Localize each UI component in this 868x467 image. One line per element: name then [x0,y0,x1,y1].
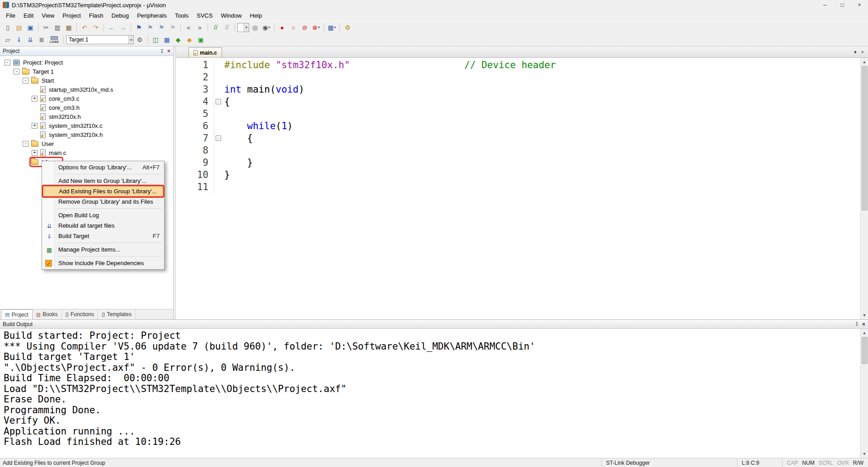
expand-icon[interactable]: + [32,123,38,129]
templates-navigate-icon[interactable]: ◆ [184,35,195,45]
comment-icon[interactable]: // [210,23,221,33]
find-icon[interactable]: ◉▾ [261,23,272,33]
menu-project[interactable]: Project [58,10,85,21]
scroll-down-icon[interactable]: ▼ [863,450,867,458]
minimize-icon[interactable]: ─ [816,0,834,10]
previous-bookmark-icon[interactable]: ⚑ [145,23,156,33]
find-in-files-icon[interactable]: ◎ [250,23,260,33]
target-select[interactable]: Target 1▾ [66,35,134,44]
close-panel-icon[interactable]: × [862,321,865,327]
code-line-4[interactable]: 4-{ [176,96,860,108]
chevron-down-icon[interactable]: ▾ [128,36,133,44]
close-icon[interactable]: × [851,0,868,10]
menu-help[interactable]: Help [246,10,266,21]
debug-windows-icon[interactable]: ▦▾ [326,23,337,33]
code-line-6[interactable]: 6 while(1) [176,120,860,132]
context-open-build-log[interactable]: Open Build Log [43,210,163,220]
menu-flash[interactable]: Flash [85,10,108,21]
close-panel-icon[interactable]: × [167,48,170,54]
next-bookmark-icon[interactable]: ⚑ [156,23,167,33]
tree-item-core-cm3-c[interactable]: +core_cm3.c [0,94,173,103]
disable-breakpoints-icon[interactable]: ⊘ [299,23,310,33]
code-line-5[interactable]: 5 [176,108,860,120]
insert-breakpoint-icon[interactable]: ● [277,23,288,33]
tab-project[interactable]: ▤Project [1,309,33,319]
paste-icon[interactable]: ▦ [63,23,74,33]
tree-item-project-project[interactable]: -Project: Project [0,58,173,67]
menu-peripherals[interactable]: Peripherals [133,10,171,21]
kill-breakpoints-icon[interactable]: ⊗▾ [311,23,321,33]
maximize-icon[interactable]: □ [834,0,851,10]
tree-item-target-1[interactable]: -Target 1 [0,67,173,76]
batch-build-icon[interactable]: ≣ [36,35,47,45]
scroll-up-icon[interactable]: ▲ [863,58,867,66]
build-output-text[interactable]: Build started: Project: Project *** Usin… [0,329,860,458]
tab-main-c[interactable]: main.c [189,47,222,57]
context-remove-group-library-and-its-files[interactable]: Remove Group 'Library' and its Files [43,196,163,207]
tree-item-stm32f10x-h[interactable]: stm32f10x.h [0,112,173,121]
toggle-breakpoint-icon[interactable]: ○ [288,23,299,33]
code-line-2[interactable]: 2 [176,71,860,84]
context-rebuild-all-target-files[interactable]: ⇊Rebuild all target files [43,220,163,231]
tab-functions[interactable]: {}Functions [62,309,98,319]
expand-icon[interactable]: + [32,96,38,102]
manage-project-items-icon[interactable]: ▦ [161,35,172,45]
bookmark-icon[interactable]: ⚑ [133,23,144,33]
build-icon[interactable]: ⇓ [14,35,24,45]
build-output-scrollbar[interactable]: ▲ ▼ [860,329,868,458]
options-for-target-icon[interactable]: ⚙ [134,35,145,45]
code-line-1[interactable]: 1#include "stm32f10x.h" // Device header [176,59,860,71]
scroll-up-icon[interactable]: ▲ [863,329,867,337]
manage-rte-icon[interactable]: ◫ [150,35,161,45]
menu-debug[interactable]: Debug [108,10,133,21]
find-text-combo[interactable]: ▾ [237,23,249,32]
editor-scrollbar-thumb[interactable] [862,66,868,210]
expand-icon[interactable]: + [32,150,38,156]
rebuild-icon[interactable]: ⇊ [25,35,36,45]
uncomment-icon[interactable]: // [222,23,232,33]
configure-icon[interactable]: ⚙ [342,23,353,33]
collapse-icon[interactable]: - [14,69,19,75]
collapse-icon[interactable]: - [5,60,10,65]
tree-item-system-stm32f10x-h[interactable]: system_stm32f10x.h [0,130,173,139]
functions-navigate-icon[interactable]: ◆ [173,35,184,45]
tree-item-startup-stm32f10x-md-s[interactable]: startup_stm32f10x_md.s [0,85,173,94]
menu-file[interactable]: File [2,10,19,21]
code-line-8[interactable]: 8 [176,145,860,157]
menu-view[interactable]: View [38,10,58,21]
code-line-10[interactable]: 10} [176,169,860,181]
indent-icon[interactable]: » [194,23,205,33]
menu-tools[interactable]: Tools [171,10,193,21]
code-line-7[interactable]: 7- { [176,132,860,145]
context-build-target[interactable]: ⇓Build TargetF7 [43,231,163,241]
navigate-back-icon[interactable]: ← [106,23,117,33]
tab-books[interactable]: ▥Books [33,309,62,319]
context-manage-project-items[interactable]: ▦Manage Project Items... [43,244,163,255]
tree-item-core-cm3-h[interactable]: core_cm3.h [0,103,173,112]
menu-window[interactable]: Window [217,10,245,21]
pin-icon[interactable]: ↧ [160,48,164,54]
open-file-icon[interactable]: ▤ [14,23,24,33]
build-output-scrollbar-thumb[interactable] [862,337,868,364]
tab-list-icon[interactable]: ▾ [854,49,857,55]
redo-icon[interactable]: ↷ [90,23,101,33]
undo-icon[interactable]: ↶ [79,23,90,33]
editor-scrollbar[interactable]: ▲ ▼ [860,58,868,319]
chevron-down-icon[interactable]: ▾ [334,25,336,29]
pin-icon[interactable]: ↧ [855,321,859,327]
code-line-3[interactable]: 3int main(void) [176,84,860,96]
tab-templates[interactable]: {}Templates [98,309,136,319]
tree-item-start[interactable]: -Start [0,76,173,85]
code-line-9[interactable]: 9 } [176,157,860,169]
collapse-icon[interactable]: - [23,78,28,84]
menu-svcs[interactable]: SVCS [193,10,217,21]
code-line-11[interactable]: 11 [176,181,860,193]
chevron-down-icon[interactable]: ▾ [318,25,320,29]
tree-item-main-c[interactable]: +main.c [0,148,173,157]
translate-icon[interactable]: ▱ [2,35,13,45]
fold-collapse-icon[interactable]: - [214,96,222,108]
menu-edit[interactable]: Edit [19,10,38,21]
cut-icon[interactable]: ✂ [41,23,52,33]
clear-bookmarks-icon[interactable]: ⚑ [167,23,178,33]
context-show-include-file-dependencies[interactable]: ✓Show Include File Dependencies [43,258,163,268]
